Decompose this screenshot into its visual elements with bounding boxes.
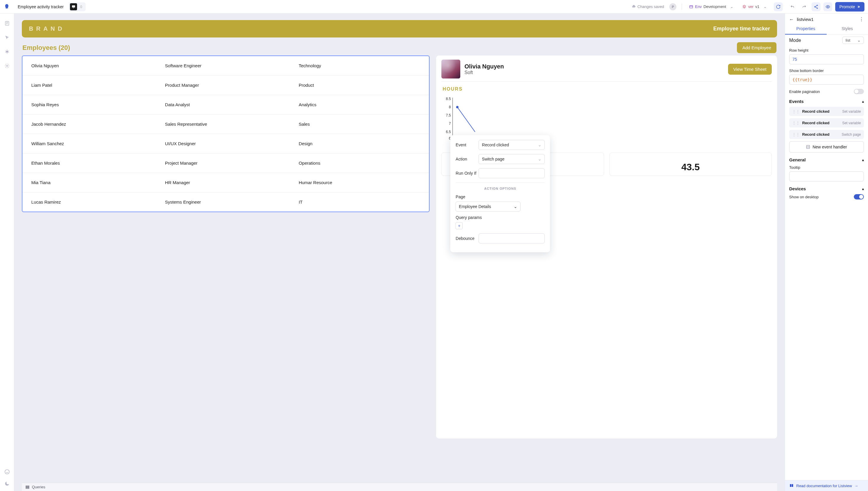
arrow-right-icon: → bbox=[855, 484, 858, 488]
separator bbox=[682, 4, 682, 10]
user-avatar[interactable]: P bbox=[669, 3, 676, 10]
cell-role: Sales Representative bbox=[165, 121, 299, 126]
add-query-param-button[interactable]: + bbox=[455, 222, 463, 229]
run-only-if-input[interactable] bbox=[479, 168, 545, 178]
undo-button[interactable] bbox=[788, 2, 797, 11]
rocket-icon bbox=[4, 3, 10, 10]
drag-handle-icon[interactable]: ⋮⋮ bbox=[792, 109, 800, 114]
chevron-down-icon: ⌄ bbox=[857, 38, 861, 42]
table-row[interactable]: Olivia NguyenSoftware EngineerTechnology bbox=[23, 56, 429, 76]
debounce-input[interactable] bbox=[479, 233, 545, 243]
cell-name: Sophia Reyes bbox=[31, 102, 165, 107]
mode-select[interactable]: list ⌄ bbox=[842, 36, 864, 44]
cell-name: Liam Patel bbox=[31, 83, 165, 88]
row-height-label: Row height bbox=[789, 48, 864, 53]
cursor-icon[interactable] bbox=[4, 34, 10, 41]
show-on-desktop-toggle[interactable] bbox=[854, 194, 864, 200]
cell-dept: Analytics bbox=[299, 102, 420, 107]
view-timesheet-button[interactable]: View Time Sheet bbox=[728, 64, 772, 75]
promote-button[interactable]: Promote bbox=[835, 2, 864, 11]
table-row[interactable]: Liam PatelProduct ManagerProduct bbox=[23, 76, 429, 95]
cell-role: UI/UX Designer bbox=[165, 141, 299, 146]
top-right-actions: Promote bbox=[788, 2, 864, 11]
show-on-desktop-label: Show on desktop bbox=[789, 195, 819, 199]
new-event-handler-button[interactable]: New event handler bbox=[789, 141, 864, 152]
table-row[interactable]: Ethan MoralesProject ManagerOperations bbox=[23, 153, 429, 173]
employees-header: Employees (20) Add Employee bbox=[22, 41, 777, 55]
brand-logo-text: BRAND bbox=[29, 25, 65, 32]
listview[interactable]: Olivia NguyenSoftware EngineerTechnology… bbox=[22, 55, 429, 212]
support-icon[interactable] bbox=[4, 469, 10, 475]
device-switcher[interactable] bbox=[69, 2, 86, 11]
cell-name: Ethan Morales bbox=[31, 161, 165, 166]
table-row[interactable]: Jacob HernandezSales RepresentativeSales bbox=[23, 115, 429, 134]
event-item[interactable]: ⋮⋮Record clickedSwitch page bbox=[789, 130, 864, 139]
devices-section-header[interactable]: Devices▴ bbox=[789, 186, 864, 191]
svg-point-22 bbox=[456, 106, 458, 108]
svg-point-5 bbox=[815, 6, 815, 7]
tab-properties[interactable]: Properties bbox=[785, 23, 827, 34]
cell-dept: Technology bbox=[299, 63, 420, 68]
chevron-down-icon: ⌄ bbox=[730, 4, 733, 9]
event-name: Record clicked bbox=[802, 132, 839, 137]
version-selector[interactable]: ver v1 ⌄ bbox=[740, 3, 768, 10]
event-select[interactable]: Record clicked⌄ bbox=[479, 140, 545, 150]
svg-rect-24 bbox=[26, 486, 29, 486]
tab-styles[interactable]: Styles bbox=[827, 23, 868, 34]
row-height-input[interactable]: 75 bbox=[789, 54, 864, 64]
event-action: Switch page bbox=[842, 133, 861, 137]
back-button[interactable]: ← bbox=[789, 17, 794, 22]
enable-pagination-toggle[interactable] bbox=[854, 89, 864, 94]
cell-name: Olivia Nguyen bbox=[31, 63, 165, 68]
cell-role: Software Engineer bbox=[165, 63, 299, 68]
action-select[interactable]: Switch page⌄ bbox=[479, 154, 545, 164]
cell-role: HR Manager bbox=[165, 180, 299, 185]
documentation-link[interactable]: Read documentation for Listview → bbox=[785, 480, 868, 491]
queries-footer[interactable]: Queries bbox=[22, 483, 777, 491]
page-select[interactable]: Employee Details⌄ bbox=[455, 202, 521, 211]
cell-dept: IT bbox=[299, 200, 420, 204]
table-row[interactable]: Sophia ReyesData AnalystAnalytics bbox=[23, 95, 429, 115]
share-button[interactable] bbox=[812, 2, 820, 11]
table-row[interactable]: Mia TianaHR ManagerHumar Resource bbox=[23, 173, 429, 192]
env-selector[interactable]: Env Development ⌄ bbox=[687, 3, 735, 10]
event-action: Set variable bbox=[842, 121, 861, 125]
redo-button[interactable] bbox=[800, 2, 809, 11]
page-label: Page bbox=[455, 195, 545, 199]
settings-icon[interactable] bbox=[4, 63, 10, 69]
tooltip-input[interactable] bbox=[789, 171, 864, 181]
employees-heading: Employees (20) bbox=[23, 44, 70, 52]
refresh-button[interactable] bbox=[774, 2, 783, 11]
mobile-icon[interactable] bbox=[78, 3, 85, 10]
svg-rect-26 bbox=[26, 488, 29, 488]
desktop-icon[interactable] bbox=[70, 3, 77, 10]
show-bottom-border-input[interactable]: {{true}} bbox=[789, 75, 864, 85]
table-row[interactable]: William SanchezUI/UX DesignerDesign bbox=[23, 134, 429, 153]
chevron-down-icon: ⌄ bbox=[514, 204, 517, 209]
table-row[interactable]: Lucas RamirezSystems EngineerIT bbox=[23, 192, 429, 211]
drag-handle-icon[interactable]: ⋮⋮ bbox=[792, 132, 800, 137]
plus-square-icon bbox=[806, 145, 810, 149]
add-employee-button[interactable]: Add Employee bbox=[737, 42, 777, 53]
svg-point-6 bbox=[817, 8, 818, 8]
preview-button[interactable] bbox=[823, 2, 832, 11]
event-item[interactable]: ⋮⋮Record clickedSet variable bbox=[789, 118, 864, 127]
bug-icon[interactable] bbox=[4, 49, 10, 55]
theme-icon[interactable] bbox=[4, 480, 10, 487]
event-action-popover: Event Record clicked⌄ Action Switch page… bbox=[450, 135, 550, 252]
event-item[interactable]: ⋮⋮Record clickedSet variable bbox=[789, 107, 864, 116]
pages-icon[interactable] bbox=[4, 20, 10, 27]
canvas: BRAND Employee time tracker Employees (2… bbox=[14, 13, 785, 491]
cell-name: William Sanchez bbox=[31, 141, 165, 146]
env-icon bbox=[689, 5, 693, 9]
event-action: Set variable bbox=[842, 110, 861, 114]
drag-handle-icon[interactable]: ⋮⋮ bbox=[792, 121, 800, 125]
events-section-header[interactable]: Events▴ bbox=[789, 99, 864, 104]
svg-rect-3 bbox=[690, 5, 693, 8]
svg-point-9 bbox=[6, 51, 8, 53]
employee-role: Soft bbox=[465, 70, 504, 75]
chevron-down-icon: ⌄ bbox=[763, 4, 767, 9]
general-section-header[interactable]: General▴ bbox=[789, 157, 864, 162]
svg-text:7.5: 7.5 bbox=[446, 113, 451, 117]
kebab-menu-icon[interactable]: ⋮ bbox=[859, 17, 864, 22]
